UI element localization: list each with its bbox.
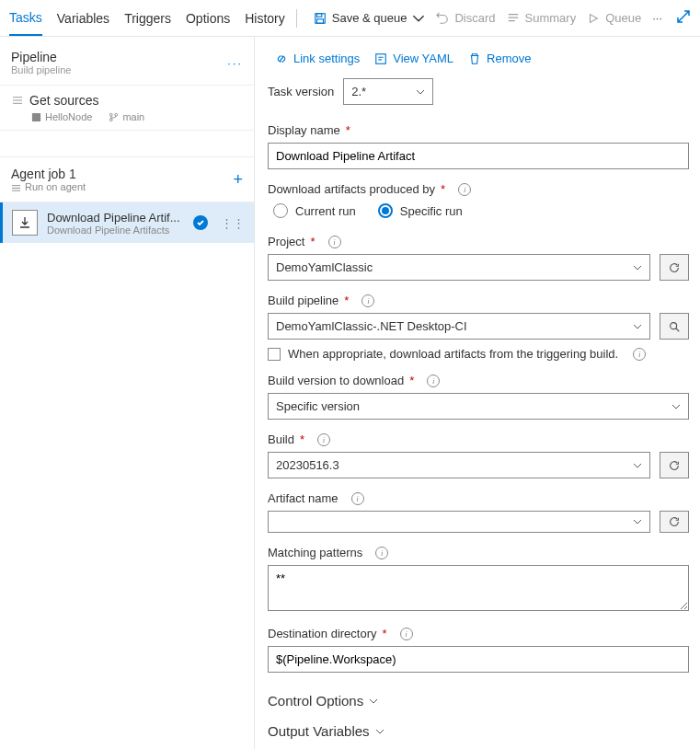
chevron-down-icon <box>633 263 642 272</box>
display-name-label: Display name <box>268 123 340 137</box>
svg-rect-3 <box>32 112 40 121</box>
build-value: 20230516.3 <box>276 458 339 472</box>
pipeline-header[interactable]: Pipeline Build pipeline ··· <box>0 44 254 85</box>
display-name-input[interactable] <box>268 143 689 169</box>
tab-options[interactable]: Options <box>186 2 230 35</box>
task-version-select[interactable]: 2.* <box>343 78 433 105</box>
artifact-name-label: Artifact name <box>268 491 339 505</box>
link-settings-button[interactable]: Link settings <box>275 52 360 65</box>
info-icon[interactable]: i <box>458 183 471 196</box>
tabs: Tasks Variables Triggers Options History <box>9 1 285 36</box>
project-select[interactable]: DemoYamlClassic <box>268 254 650 281</box>
tab-variables[interactable]: Variables <box>57 2 109 35</box>
info-icon[interactable]: i <box>317 433 330 446</box>
remove-button[interactable]: Remove <box>468 52 531 65</box>
repo-label: HelloNode <box>45 111 92 122</box>
control-options-label: Control Options <box>268 693 363 709</box>
info-icon[interactable]: i <box>328 236 341 248</box>
refresh-build-button[interactable] <box>660 452 689 478</box>
left-panel: Pipeline Build pipeline ··· Get sources … <box>0 37 255 749</box>
chevron-down-icon <box>633 517 642 526</box>
info-icon[interactable]: i <box>361 294 374 307</box>
right-panel: Link settings View YAML Remove Task vers… <box>255 37 700 749</box>
task-item-download-artifact[interactable]: Download Pipeline Artif... Download Pipe… <box>0 202 254 243</box>
remove-label: Remove <box>487 52 531 65</box>
refresh-project-button[interactable] <box>660 254 689 281</box>
agent-job-item[interactable]: Agent job 1 Run on agent + <box>0 156 254 202</box>
task-version-value: 2.* <box>351 85 366 98</box>
queue-label: Queue <box>605 11 641 25</box>
link-icon <box>275 52 288 65</box>
add-task-button[interactable]: + <box>233 170 243 190</box>
info-icon[interactable]: i <box>351 492 364 505</box>
link-settings-label: Link settings <box>293 52 360 65</box>
download-icon <box>17 215 32 230</box>
chevron-down-icon <box>671 402 681 411</box>
chevron-down-icon <box>412 12 425 25</box>
download-produced-by-label: Download artifacts produced by <box>268 182 435 196</box>
project-value: DemoYamlClassic <box>276 260 373 274</box>
matching-patterns-input[interactable] <box>268 565 689 611</box>
svg-rect-2 <box>316 18 323 22</box>
undo-icon <box>436 12 449 25</box>
build-version-select[interactable]: Specific version <box>268 393 689 420</box>
summary-icon <box>507 12 520 25</box>
svg-point-8 <box>671 322 677 328</box>
save-queue-button[interactable]: Save & queue <box>308 7 431 29</box>
tab-triggers[interactable]: Triggers <box>124 2 171 35</box>
output-variables-header[interactable]: Output Variables <box>268 716 689 746</box>
top-toolbar: Tasks Variables Triggers Options History… <box>0 0 700 37</box>
svg-point-6 <box>110 118 113 121</box>
sources-icon <box>11 96 24 105</box>
build-label: Build <box>268 432 294 446</box>
chevron-down-icon <box>633 461 642 470</box>
radio-specific-run[interactable]: Specific run <box>378 203 463 218</box>
search-icon <box>668 320 681 333</box>
drag-handle-icon[interactable]: ⋮⋮ <box>217 216 245 230</box>
build-pipeline-select[interactable]: DemoYamlClassic-.NET Desktop-CI <box>268 313 650 340</box>
task-status-icon <box>193 215 208 230</box>
more-button[interactable]: ··· <box>647 7 668 29</box>
repo-item: HelloNode <box>31 111 92 122</box>
get-sources-item[interactable]: Get sources HelloNode main <box>0 85 254 131</box>
search-pipeline-button[interactable] <box>660 313 689 340</box>
radio-current-run[interactable]: Current run <box>273 203 356 218</box>
info-icon[interactable]: i <box>427 374 440 387</box>
destination-dir-input[interactable] <box>268 646 689 673</box>
info-icon[interactable]: i <box>375 547 388 559</box>
radio-specific-label: Specific run <box>400 204 463 218</box>
refresh-icon <box>668 515 681 528</box>
matching-patterns-label: Matching patterns <box>268 546 362 559</box>
svg-rect-7 <box>376 53 386 63</box>
summary-label: Summary <box>525 11 577 25</box>
artifact-name-select[interactable] <box>268 511 650 533</box>
pipeline-more-button[interactable]: ··· <box>227 56 243 70</box>
triggering-build-checkbox[interactable] <box>268 348 281 361</box>
discard-button[interactable]: Discard <box>430 7 500 29</box>
divider <box>296 9 297 28</box>
tab-tasks[interactable]: Tasks <box>9 1 42 36</box>
refresh-artifact-button[interactable] <box>660 511 689 533</box>
task-icon-box <box>12 210 38 236</box>
get-sources-label: Get sources <box>29 93 98 108</box>
refresh-icon <box>668 459 681 472</box>
info-icon[interactable]: i <box>400 628 413 640</box>
view-yaml-button[interactable]: View YAML <box>374 52 453 65</box>
radio-current-label: Current run <box>295 204 356 218</box>
control-options-header[interactable]: Control Options <box>268 686 689 716</box>
info-icon[interactable]: i <box>633 348 646 361</box>
summary-button[interactable]: Summary <box>501 7 582 29</box>
tab-history[interactable]: History <box>245 2 285 35</box>
build-select[interactable]: 20230516.3 <box>268 452 650 478</box>
chevron-down-icon <box>369 697 378 706</box>
save-icon <box>314 12 327 25</box>
chevron-down-icon <box>416 87 425 97</box>
branch-label: main <box>122 111 144 122</box>
agent-job-subtitle: Run on agent <box>25 181 86 192</box>
view-yaml-label: View YAML <box>393 52 453 65</box>
play-icon <box>587 12 600 25</box>
discard-label: Discard <box>454 11 495 25</box>
svg-point-4 <box>110 113 113 116</box>
fullscreen-button[interactable] <box>676 9 691 27</box>
queue-button[interactable]: Queue <box>581 7 647 29</box>
